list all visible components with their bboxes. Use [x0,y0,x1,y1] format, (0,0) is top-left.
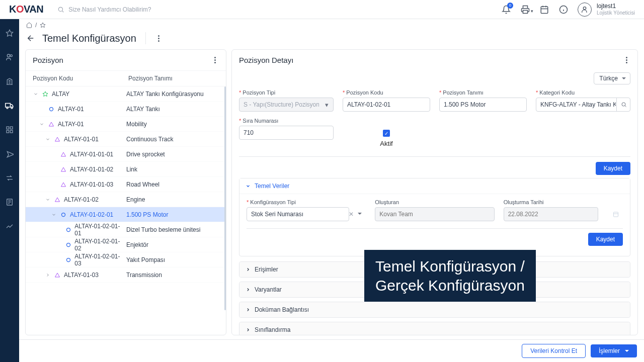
user-name: lojtest1 [597,3,635,10]
tree-node-desc: Transmission [121,272,226,279]
notification-badge: 0 [507,3,513,9]
label-active: Aktif [380,140,392,147]
tree-row[interactable]: ALTAY-01-01-01Drive sprocket [26,147,226,162]
search-lookup-button[interactable] [616,98,630,112]
svg-point-38 [67,258,70,261]
svg-point-36 [67,228,70,231]
tree-row[interactable]: ALTAY-01-01Continuous Track [26,132,226,147]
sidebar-item-grid[interactable] [5,125,15,135]
sidebar-item-logistics[interactable] [5,101,15,111]
tree-row[interactable]: ALTAY-01-02-01-02Enjektör [26,237,226,252]
input-pos-desc[interactable] [439,98,527,112]
actions-dropdown-button[interactable]: İşlemler [591,344,637,357]
search-icon [57,6,64,13]
expand-chevron[interactable] [33,92,39,97]
svg-marker-34 [55,198,60,202]
svg-rect-14 [6,104,11,108]
tree-node-code: ALTAY-01 [58,106,84,113]
input-pos-code[interactable] [343,98,430,112]
sidebar-item-analytics[interactable] [5,221,15,231]
tree-row[interactable]: ALTAY-01ALTAY Tankı [26,102,226,117]
home-icon[interactable] [26,22,32,28]
label-cfg-type: Konfigürasyon Tipi [247,199,366,205]
search-placeholder: Size Nasıl Yardımcı Olabilirim? [68,6,151,13]
user-icon [581,6,589,14]
sidebar-item-transfer[interactable] [5,173,15,183]
info-button[interactable] [558,5,569,15]
tree-row[interactable]: ALTAY-01-02-01-03Yakıt Pompası [26,252,226,267]
user-menu[interactable]: lojtest1 Lojistik Yöneticisi [578,3,635,17]
language-select[interactable]: Türkçe [594,72,630,84]
sidebar-item-people[interactable] [5,52,15,62]
expand-chevron[interactable] [39,122,45,127]
save-section-button[interactable]: Kaydet [588,233,623,246]
save-button[interactable]: Kaydet [596,162,630,175]
input-cfg-type[interactable] [247,207,349,221]
svg-point-13 [10,55,12,57]
position-tree-panel: Pozisyon Pozisyon Kodu Pozisyon Tanımı A… [25,49,226,335]
tree-row[interactable]: ALTAY-01-03Transmission [26,267,226,283]
notifications-button[interactable]: 0 [501,5,511,15]
verify-data-button[interactable]: Verileri Kontrol Et [522,344,586,358]
svg-point-15 [7,107,8,109]
back-icon[interactable] [26,34,35,43]
tree-row[interactable]: ALTAYALTAY Tankı Konfigürasyonu [26,86,226,102]
logo: KOVAN [9,4,43,15]
tree-node-code: ALTAY-01-03 [64,272,99,279]
tree-row[interactable]: ALTAY-01-02Engine [26,192,226,207]
active-checkbox-field[interactable]: ✓ Aktif [343,118,430,147]
clear-icon[interactable]: ✕ [349,211,354,218]
panel-title-right: Pozisyon Detayı [239,56,293,64]
sidebar-item-favorites[interactable] [5,28,15,38]
input-seq[interactable] [239,126,334,140]
sidebar-item-org[interactable] [5,76,15,86]
print-button[interactable]: ▾ [520,5,530,15]
section-collapsed[interactable]: Doküman Bağlantısı [239,302,630,317]
section-collapsed[interactable]: Sınıflandırma [239,322,630,335]
sidebar-item-flight[interactable] [5,149,15,159]
tree-node-desc: Drive sprocket [121,151,226,158]
svg-rect-19 [7,130,9,133]
caption-overlay: Temel Konfigürasyon / Gerçek Konfigürasy… [364,250,536,302]
global-search[interactable]: Size Nasıl Yardımcı Olabilirim? [57,6,151,13]
star-outline-icon[interactable] [40,22,46,28]
svg-point-0 [59,7,63,11]
svg-line-41 [625,106,626,107]
truck-icon [5,101,14,110]
tree-row[interactable]: ALTAY-01-01-03Road Wheel [26,177,226,192]
svg-line-1 [62,11,64,12]
section-temel-veriler[interactable]: Temel Veriler [239,178,630,194]
tri-icon [60,181,67,188]
svg-point-16 [11,107,13,109]
calendar-icon [540,5,549,14]
tree-row[interactable]: ALTAY-01Mobility [26,117,226,132]
tree-node-desc: Engine [121,196,226,203]
sidebar-nav [0,19,19,362]
svg-marker-39 [55,273,60,277]
expand-chevron[interactable] [45,197,51,202]
sidebar-item-doc[interactable] [5,197,15,207]
tree-node-code: ALTAY-01-02-01 [70,211,113,218]
chevron-right-icon [246,267,251,272]
tree-row[interactable]: ALTAY-01-02-011.500 PS Motor [26,207,226,222]
expand-chevron[interactable] [45,137,51,142]
left-panel-menu[interactable] [211,56,219,64]
panel-title-left: Pozisyon [33,56,63,64]
circ-icon [65,226,72,233]
right-panel-menu[interactable] [622,56,630,64]
svg-marker-25 [40,23,45,28]
expand-chevron[interactable] [45,273,51,278]
expand-chevron[interactable] [51,212,57,217]
page-title: Temel Konfigürasyon [42,33,136,44]
chevron-down-icon: ▾ [319,98,334,112]
position-detail-panel: Pozisyon Detayı Türkçe Pozisyon Tipi [231,49,638,335]
tri-icon [60,151,67,158]
tree-node-desc: Enjektör [121,241,226,248]
tree-row[interactable]: ALTAY-01-02-01-01Dizel Turbo besleme üni… [26,222,226,237]
chevron-down-icon [358,213,362,215]
page-actions-menu[interactable] [155,34,163,42]
search-icon [621,102,627,108]
tree-node-desc: Mobility [121,121,226,128]
tree-row[interactable]: ALTAY-01-01-02Link [26,162,226,177]
calendar-button[interactable] [539,5,549,15]
